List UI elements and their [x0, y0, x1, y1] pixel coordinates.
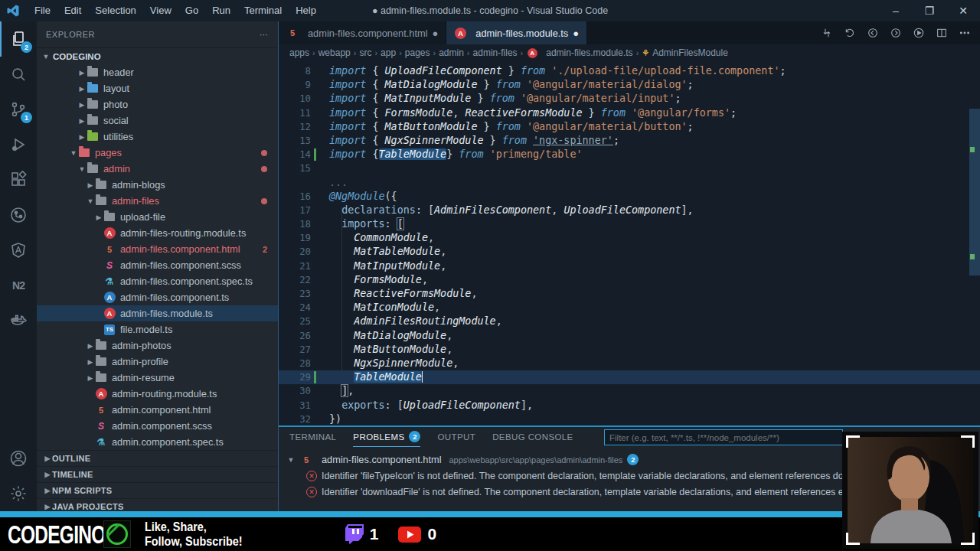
crumb-admin[interactable]: admin: [439, 47, 464, 58]
crumb-app[interactable]: app: [381, 47, 396, 58]
close-button[interactable]: ✕: [946, 0, 980, 21]
folder-admin[interactable]: ▼admin: [37, 161, 278, 177]
file-file-model-ts[interactable]: TSfile.model.ts: [37, 321, 278, 337]
minimize-button[interactable]: –: [879, 0, 913, 21]
activity-account-icon[interactable]: [0, 441, 37, 476]
activity-git-graph-icon[interactable]: [0, 197, 37, 233]
activity-nx-icon[interactable]: N2: [0, 268, 37, 303]
line-number: 25: [279, 315, 314, 328]
folder-admin-files[interactable]: ▼admin-files: [37, 193, 278, 209]
next-change-icon[interactable]: [890, 27, 902, 39]
folder-layout[interactable]: ▶layout: [37, 80, 278, 96]
crumb-admin-files-module-ts[interactable]: Aadmin-files.module.ts: [526, 47, 632, 59]
twitch-count: 1: [370, 525, 379, 543]
chevron-right-icon: ▶: [43, 487, 52, 494]
section-java-projects[interactable]: ▶JAVA PROJECTS: [37, 498, 278, 511]
window-controls: – ❐ ✕: [879, 0, 980, 21]
split-editor-icon[interactable]: [936, 27, 948, 39]
code-line-26: 26 MatDialogModule,: [279, 329, 980, 343]
code-line-12: 12import { MatButtonModule } from '@angu…: [279, 120, 980, 134]
problem-count-badge: 2: [263, 245, 267, 254]
chevron-right-icon: ▶: [43, 471, 52, 478]
chevron-right-icon: ▶: [86, 358, 95, 366]
folder-social[interactable]: ▶social: [37, 112, 278, 129]
twitch-counter: 1: [345, 524, 379, 544]
panel-tab-output[interactable]: OUTPUT: [437, 427, 475, 447]
file-admin-component-scss[interactable]: Sadmin.component.scss: [37, 418, 278, 434]
line-number: 19: [279, 231, 314, 245]
folder-green-icon: [87, 131, 99, 143]
section-timeline[interactable]: ▶TIMELINE: [37, 466, 278, 482]
file-admin-files-component-ts[interactable]: Aadmin-files.component.ts: [37, 289, 278, 305]
code-editor[interactable]: 8import { UploadFileComponent } from './…: [279, 61, 980, 427]
menu-selection[interactable]: Selection: [88, 0, 142, 21]
folder-admin-profile[interactable]: ▶admin-profile: [37, 354, 278, 370]
folder-upload-file[interactable]: ▶upload-file: [37, 209, 278, 225]
file-admin-files-component-scss[interactable]: Sadmin-files.component.scss: [37, 257, 278, 273]
menu-terminal[interactable]: Terminal: [237, 0, 289, 21]
activity-angular-icon[interactable]: [0, 233, 37, 268]
crumb-admin-files[interactable]: admin-files: [473, 47, 518, 58]
panel-tab-problems[interactable]: PROBLEMS2: [353, 427, 420, 447]
activity-docker-icon[interactable]: [0, 303, 37, 338]
menu-view[interactable]: View: [143, 0, 178, 21]
file-admin-files-module-ts[interactable]: Aadmin-files.module.ts: [37, 305, 278, 321]
editor-scrollbar[interactable]: [969, 61, 980, 425]
file-admin-files-component-spec-ts[interactable]: ⚗admin-files.component.spec.ts: [37, 273, 278, 289]
crumb-src[interactable]: src: [359, 47, 371, 58]
explorer-more-actions-icon[interactable]: ⋯: [260, 30, 269, 40]
menu-edit[interactable]: Edit: [57, 0, 88, 21]
menu-file[interactable]: File: [28, 0, 57, 21]
discard-changes-icon[interactable]: [844, 27, 856, 39]
scrollbar-thumb[interactable]: [969, 109, 980, 276]
file-admin-files-routing-module-ts[interactable]: Aadmin-files-routing.module.ts: [37, 225, 278, 241]
activity-run-debug-icon[interactable]: [0, 127, 37, 162]
more-actions-icon[interactable]: [959, 27, 971, 39]
workspace-root[interactable]: ▼ CODEGINO: [37, 47, 278, 64]
previous-change-icon[interactable]: [867, 27, 879, 39]
menu-go[interactable]: Go: [178, 0, 205, 21]
problems-file-path: apps\webapp\src\app\pages\admin\admin-fi…: [449, 455, 622, 465]
file-admin-files-component-html[interactable]: 5admin-files.component.html2: [37, 241, 278, 257]
menu-help[interactable]: Help: [289, 0, 323, 21]
crumb-adminfilesmodule[interactable]: ⚘AdminFilesModule: [642, 47, 728, 58]
crumb-apps[interactable]: apps: [289, 47, 309, 58]
menu-run[interactable]: Run: [205, 0, 237, 21]
problems-filter-input[interactable]: [604, 429, 843, 445]
tab-admin-files-module-ts[interactable]: A admin-files.module.ts ●: [446, 21, 587, 44]
folder-admin-photos[interactable]: ▶admin-photos: [37, 337, 278, 354]
open-changes-icon[interactable]: [821, 27, 833, 39]
error-icon: ✕: [306, 487, 317, 497]
file-admin-routing-module-ts[interactable]: Aadmin-routing.module.ts: [37, 386, 278, 402]
folder-utilities[interactable]: ▶utilities: [37, 129, 278, 145]
section-outline[interactable]: ▶OUTLINE: [37, 450, 278, 466]
panel-tab-terminal[interactable]: TERMINAL: [289, 427, 336, 447]
code-line-17: 17 declarations: [AdminFilesComponent, U…: [279, 204, 980, 217]
activity-extensions-icon[interactable]: [0, 162, 37, 197]
crumb-pages[interactable]: pages: [405, 47, 430, 58]
tab-admin-files-component-html[interactable]: 5 admin-files.component.html ●: [279, 21, 446, 44]
folder-admin-resume[interactable]: ▶admin-resume: [37, 370, 278, 386]
file-admin-component-spec-ts[interactable]: ⚗admin.component.spec.ts: [37, 434, 278, 450]
activity-source-control-icon[interactable]: 1: [0, 92, 37, 127]
folder-photo[interactable]: ▶photo: [37, 96, 278, 112]
crumb-webapp[interactable]: webapp: [318, 47, 351, 58]
line-number: 22: [279, 273, 314, 287]
activity-explorer-icon[interactable]: 2: [0, 21, 37, 57]
activity-settings-icon[interactable]: [0, 476, 37, 511]
folder-admin-blogs[interactable]: ▶admin-blogs: [37, 177, 278, 193]
run-icon[interactable]: [913, 27, 925, 39]
section-npm-scripts[interactable]: ▶NPM SCRIPTS: [37, 482, 278, 498]
file-admin-component-html[interactable]: 5admin.component.html: [37, 402, 278, 418]
line-number: 23: [279, 287, 314, 301]
problems-file-badge: 2: [627, 454, 639, 465]
code-line-24: 24 MatIconModule,: [279, 301, 980, 315]
panel-tab-debug-console[interactable]: DEBUG CONSOLE: [492, 427, 573, 447]
folder-header[interactable]: ▶header: [37, 64, 278, 80]
folder-pages[interactable]: ▼pages: [37, 145, 278, 161]
restore-button[interactable]: ❐: [913, 0, 946, 21]
codegino-logo-icon: [103, 520, 131, 548]
webcam-corner-bracket: [961, 435, 975, 448]
activity-search-icon[interactable]: [0, 57, 37, 92]
problems-badge: 2: [409, 431, 420, 442]
